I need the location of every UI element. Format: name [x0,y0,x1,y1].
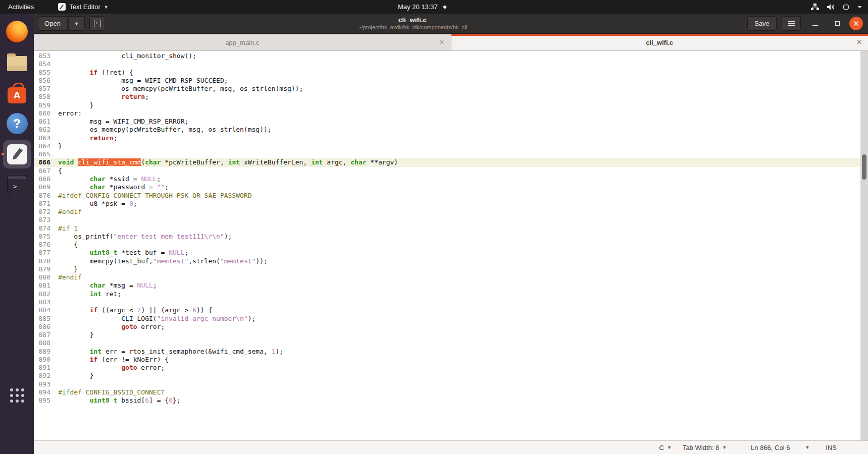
code-line[interactable]: 870#ifdef CONFIG_CONNECT_THROUGH_PSK_OR_… [34,192,860,200]
code-text[interactable]: #ifdef CONFIG_CONNECT_THROUGH_PSK_OR_SAE… [55,192,252,200]
code-text[interactable] [55,339,58,347]
vertical-scrollbar[interactable] [860,51,868,440]
code-text[interactable] [55,298,58,306]
tab-close-icon[interactable]: × [857,38,861,46]
code-line[interactable]: 880#endif [34,273,860,281]
code-text[interactable]: } [55,101,93,109]
code-line[interactable]: 878 memcpy(test_buf,"memtest",strlen("me… [34,257,860,265]
code-line[interactable]: 853 cli_monitor_show(); [34,52,860,60]
code-line[interactable]: 868 char *ssid = NULL; [34,175,860,183]
code-text[interactable]: { [55,241,78,249]
code-line[interactable]: 871 u8 *psk = 0; [34,200,860,208]
code-text[interactable]: u8 *psk = 0; [55,200,137,208]
code-text[interactable]: goto error; [55,364,165,372]
code-line[interactable]: 858 return; [34,93,860,101]
minimize-button[interactable] [809,18,821,30]
code-text[interactable]: return; [55,93,149,101]
new-document-button[interactable] [89,16,105,31]
code-text[interactable]: if (!ret) { [55,69,133,77]
code-line[interactable]: 867{ [34,167,860,175]
code-line[interactable]: 876 { [34,241,860,249]
code-text[interactable]: #endif [55,208,82,216]
code-text[interactable]: char *ssid = NULL; [55,175,161,183]
code-line[interactable]: 890 if (err != kNoErr) { [34,356,860,364]
code-text[interactable]: memcpy(test_buf,"memtest",strlen("memtes… [55,257,268,265]
code-line[interactable]: 875 os_printf("enter test mem test111\r\… [34,233,860,241]
selected-text[interactable]: cli_wifi_sta_cmd [78,158,141,166]
code-text[interactable]: void cli_wifi_sta_cmd(char *pcWriteBuffe… [55,158,398,166]
code-line[interactable]: 865 [34,150,860,158]
tab-width-selector[interactable]: Tab Width: 8 ▼ [683,444,727,451]
dock-item-help[interactable]: ? [3,109,31,138]
code-text[interactable]: os_memcpy(pcWriteBuffer, msg, os_strlen(… [55,126,272,134]
code-text[interactable]: int err = rtos_init_semaphore(&wifi_cmd_… [55,348,283,356]
tab-cli_wifi-c[interactable]: cli_wifi.c× [451,34,868,50]
code-line[interactable]: 861 msg = WIFI_CMD_RSP_ERROR; [34,118,860,126]
code-line[interactable]: 881 char *msg = NULL; [34,281,860,290]
code-text[interactable]: return; [55,134,117,142]
code-text[interactable] [55,380,58,388]
code-text[interactable]: } [55,372,93,380]
code-line[interactable]: 869 char *password = ""; [34,183,860,191]
code-text[interactable]: #ifdef CONFIG_BSSID_CONNECT [55,388,165,396]
dock-item-firefox[interactable] [3,17,31,45]
code-line[interactable]: 872#endif [34,208,860,216]
dock-item-ubuntu-software[interactable]: A [3,79,31,107]
code-text[interactable]: #if 1 [55,224,78,233]
code-text[interactable]: char *password = ""; [55,183,169,191]
code-line[interactable]: 888 [34,339,860,347]
restore-button[interactable] [831,18,843,30]
show-applications-button[interactable] [3,381,31,410]
code-editor[interactable]: 853 cli_monitor_show();854855 if (!ret) … [34,52,860,404]
close-button[interactable]: ✕ [849,17,863,30]
code-text[interactable] [55,60,58,68]
code-line[interactable]: 895 uint8_t bssid[6] = {0}; [34,396,860,404]
open-dropdown-button[interactable]: ▼ [68,16,85,31]
code-text[interactable]: os_printf("enter test mem test111\r\n"); [55,233,232,241]
code-text[interactable]: uint8_t bssid[6] = {0}; [55,396,181,404]
dock-item-text-editor[interactable] [3,140,31,168]
hamburger-menu-button[interactable] [782,16,801,31]
code-text[interactable]: if ((argc < 2) || (argc > 6)) { [55,306,212,314]
code-line[interactable]: 889 int err = rtos_init_semaphore(&wifi_… [34,348,860,356]
code-line[interactable]: 866void cli_wifi_sta_cmd(char *pcWriteBu… [34,158,860,166]
code-line[interactable]: 884 if ((argc < 2) || (argc > 6)) { [34,306,860,314]
system-status-area[interactable] [811,0,868,14]
dock-item-terminal[interactable]: >_ [3,171,31,199]
dock-item-files[interactable] [3,48,31,76]
code-text[interactable]: int ret; [55,290,121,298]
code-line[interactable]: 891 goto error; [34,364,860,372]
code-text[interactable]: #endif [55,273,82,281]
app-menu-button[interactable]: Text Editor ▼ [54,0,112,14]
code-line[interactable]: 859 } [34,101,860,109]
activities-button[interactable]: Activities [0,0,42,14]
code-line[interactable]: 860error: [34,109,860,118]
code-line[interactable]: 894#ifdef CONFIG_BSSID_CONNECT [34,388,860,396]
tab-close-icon[interactable]: × [439,38,444,46]
code-text[interactable]: } [55,331,93,339]
code-line[interactable]: 886 goto error; [34,323,860,331]
save-button[interactable]: Save [747,16,777,31]
code-text[interactable] [55,150,58,158]
tab-app_main-c[interactable]: app_main.c× [34,34,451,50]
code-line[interactable]: 857 os_memcpy(pcWriteBuffer, msg, os_str… [34,85,860,93]
code-line[interactable]: 856 msg = WIFI_CMD_RSP_SUCCEED; [34,77,860,85]
code-line[interactable]: 887 } [34,331,860,339]
code-text[interactable]: } [55,142,62,150]
position-dropdown-button[interactable]: ▼ [805,445,809,450]
code-line[interactable]: 854 [34,60,860,68]
clock-button[interactable]: May 20 13:37 [398,0,446,14]
open-button[interactable]: Open [38,16,67,31]
code-line[interactable]: 877 uint8_t *test_buf = NULL; [34,249,860,257]
code-line[interactable]: 882 int ret; [34,290,860,298]
code-line[interactable]: 879 } [34,265,860,273]
code-text[interactable]: msg = WIFI_CMD_RSP_SUCCEED; [55,77,228,85]
code-line[interactable]: 893 [34,380,860,388]
code-line[interactable]: 864} [34,142,860,150]
language-selector[interactable]: C ▼ [659,444,672,451]
code-text[interactable]: goto error; [55,323,165,331]
code-text[interactable]: uint8_t *test_buf = NULL; [55,249,188,257]
code-line[interactable]: 862 os_memcpy(pcWriteBuffer, msg, os_str… [34,126,860,134]
code-text[interactable]: char *msg = NULL; [55,281,157,290]
code-line[interactable]: 885 CLI_LOGI("invalid argc number\n"); [34,315,860,323]
